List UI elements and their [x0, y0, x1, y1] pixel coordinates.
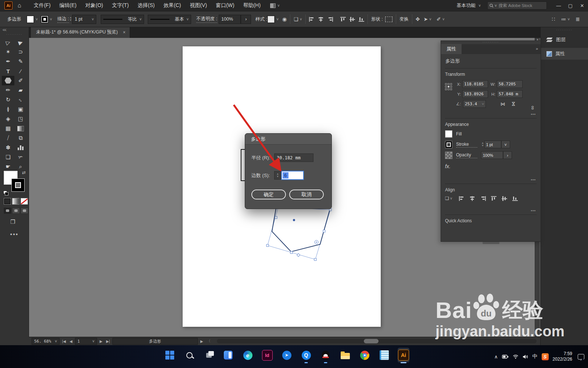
isolate-selected-icon[interactable]: ✥	[416, 16, 420, 22]
graph-tool[interactable]	[14, 143, 27, 152]
stroke-weight-stepper[interactable]: ˄˅	[482, 142, 484, 147]
reference-point-selector[interactable]	[445, 83, 452, 108]
appearance-more-options[interactable]: •••	[531, 178, 536, 182]
blend-tool[interactable]: ⧉	[14, 133, 27, 143]
align-bottom-icon[interactable]	[359, 17, 364, 22]
fill-color-picker[interactable]: ˅	[26, 15, 38, 23]
start-button[interactable]	[164, 348, 176, 362]
home-icon[interactable]: ⌂	[18, 2, 21, 9]
menu-edit[interactable]: 编辑(E)	[60, 2, 77, 9]
stroke-link[interactable]: Stroke	[456, 142, 477, 148]
default-fill-stroke-icon[interactable]	[3, 191, 8, 195]
opacity-label[interactable]: 不透明度 :	[196, 16, 217, 23]
direct-selection-tool[interactable]: ▶	[14, 38, 27, 47]
opacity-slider-button[interactable]: ›	[241, 15, 251, 24]
gradient-mode-button[interactable]	[12, 198, 19, 205]
mesh-tool[interactable]: ▦	[2, 124, 14, 133]
zoom-level-select[interactable]: 56. 68%˅	[32, 338, 60, 345]
edit-toolbar-button[interactable]: •••	[0, 231, 29, 238]
menu-file[interactable]: 文件(F)	[34, 2, 51, 9]
y-field[interactable]: 183.8926	[462, 90, 488, 98]
pen-tool[interactable]: ✒	[2, 57, 14, 66]
opacity-field[interactable]: 100%	[481, 151, 503, 159]
indesign-button[interactable]: Id	[261, 348, 273, 362]
menu-window[interactable]: 窗口(W)	[216, 2, 234, 9]
menu-effect[interactable]: 效果(C)	[164, 2, 181, 9]
align-center-icon[interactable]	[318, 17, 324, 22]
perspective-grid-tool[interactable]: ◳	[14, 114, 27, 124]
workspace-switcher[interactable]: 基本功能 ˅	[456, 2, 481, 9]
panel-resize-handle[interactable]	[483, 242, 499, 244]
eraser-tool[interactable]: ▰	[14, 85, 27, 95]
edge-button[interactable]: e	[242, 348, 254, 362]
volume-icon[interactable]	[523, 354, 528, 359]
opacity-field[interactable]: 100%	[219, 15, 241, 24]
input-method-indicator[interactable]: 中	[533, 353, 538, 360]
selection-tool[interactable]: ▷	[2, 38, 14, 47]
polygon-tool-selected[interactable]	[2, 76, 14, 85]
stroke-weight-field[interactable]: 1 pt	[484, 141, 501, 148]
properties-panel-button[interactable]: 属性	[541, 48, 588, 60]
maximize-button[interactable]: ▢	[564, 0, 576, 11]
align-top-icon[interactable]	[340, 17, 346, 22]
scroll-down-icon[interactable]: ∨	[536, 333, 539, 337]
sogou-icon[interactable]: S	[542, 353, 549, 360]
align-middle-icon[interactable]	[502, 196, 507, 201]
stock-search-box[interactable]: ˅	[487, 1, 547, 10]
document-tab[interactable]: 未标题-1* @ 56.68% (CMYK/GPU 预览) ×	[31, 26, 130, 38]
constrain-proportions-icon[interactable]: ∞	[530, 106, 536, 110]
chrome-button[interactable]	[359, 348, 370, 362]
align-middle-icon[interactable]	[349, 17, 355, 22]
quick-edit-button[interactable]: ✐˅	[437, 16, 445, 22]
symbol-sprayer-tool[interactable]: ✽	[2, 143, 14, 152]
h-field[interactable]: 57.848 m	[497, 90, 523, 98]
file-explorer-button[interactable]	[339, 348, 351, 362]
status-tool-display[interactable]: 多边形	[112, 338, 198, 345]
shape-builder-tool[interactable]: ◈	[2, 114, 14, 124]
stroke-weight-dropdown[interactable]: ˅	[501, 141, 510, 148]
battery-icon[interactable]	[502, 355, 509, 359]
tray-overflow-icon[interactable]: ∧	[494, 354, 498, 360]
align-left-icon[interactable]	[309, 17, 315, 22]
curvature-tool[interactable]: ✎	[14, 57, 27, 66]
selection-handles[interactable]	[266, 209, 331, 261]
search-input[interactable]	[498, 3, 545, 8]
next-artboard-icon[interactable]: ▶	[98, 339, 104, 343]
transform-more-options[interactable]: •••	[531, 112, 536, 116]
lasso-tool[interactable]: ⊃	[14, 47, 27, 57]
menu-type[interactable]: 文字(T)	[112, 2, 129, 9]
browser-q-button[interactable]: Q	[300, 348, 312, 362]
cancel-button[interactable]: 取消	[289, 190, 324, 199]
qq-button[interactable]	[320, 348, 331, 362]
task-view-button[interactable]	[203, 348, 215, 362]
transform-button[interactable]: 变换	[399, 16, 409, 22]
taskbar-search-button[interactable]	[183, 348, 195, 362]
minimize-button[interactable]: —	[553, 0, 564, 11]
collapse-toolbar-icon[interactable]: <<	[3, 28, 6, 32]
horizontal-scroll-handle[interactable]	[364, 339, 379, 343]
menu-select[interactable]: 选择(S)	[137, 2, 155, 9]
stroke-color-picker[interactable]: ˅	[41, 15, 52, 23]
last-artboard-icon[interactable]: ▶|	[105, 339, 111, 343]
opacity-slider-button[interactable]: ›	[503, 151, 512, 159]
notification-center-icon[interactable]	[578, 354, 584, 360]
stroke-swatch[interactable]	[445, 141, 452, 148]
previous-artboard-icon[interactable]: ◀	[68, 339, 74, 343]
scale-tool[interactable]: ⇔	[14, 95, 27, 105]
fill-swatch[interactable]	[445, 130, 452, 138]
align-center-icon[interactable]	[470, 196, 475, 201]
align-bottom-icon[interactable]	[512, 196, 518, 201]
free-transform-tool[interactable]: ▣	[14, 105, 27, 114]
draw-behind-button[interactable]	[12, 208, 20, 214]
magic-wand-tool[interactable]: ✶	[2, 47, 14, 57]
select-similar-button[interactable]: ➤˅	[423, 16, 431, 22]
dock-drag-handle[interactable]: ·········	[541, 26, 588, 32]
paintbrush-tool[interactable]: ✐	[14, 76, 27, 85]
close-tab-icon[interactable]: ×	[123, 30, 125, 35]
rotate-tool[interactable]: ↻	[2, 95, 14, 105]
first-artboard-icon[interactable]: |◀	[61, 339, 67, 343]
stroke-weight-field[interactable]: 1 pt˅	[72, 15, 96, 24]
sides-input[interactable]: 6	[281, 171, 304, 180]
width-tool[interactable]: ≬	[2, 105, 14, 114]
shape-widget-icon[interactable]	[385, 17, 392, 22]
